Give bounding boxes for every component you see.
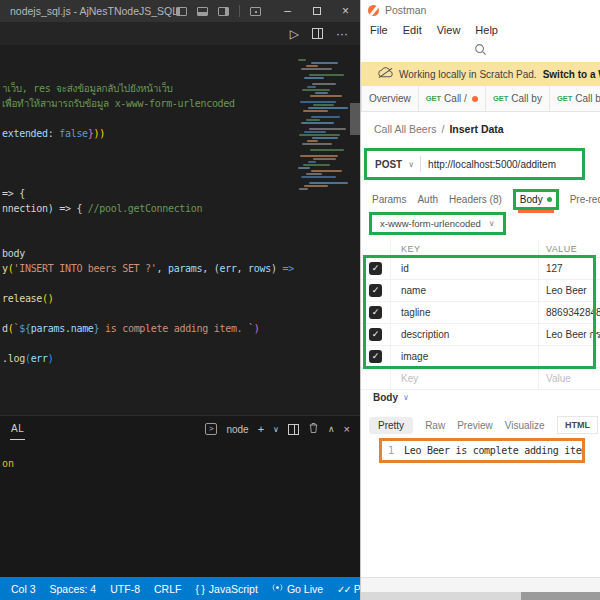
postman-window: Postman FileEditViewHelp Working locally…: [360, 0, 600, 600]
response-tab-raw[interactable]: Raw: [425, 420, 445, 431]
row-checkbox-cell: ✓: [361, 302, 391, 323]
postman-search-row: [361, 40, 600, 62]
close-button[interactable]: ×: [331, 0, 360, 22]
row-value[interactable]: 127: [539, 258, 600, 279]
placeholder-checkbox-cell: [361, 368, 391, 389]
breadcrumb-separator: /: [441, 123, 444, 135]
statusbar-item-prettier[interactable]: ✓✓Prettier: [330, 577, 360, 600]
response-tab-preview[interactable]: Preview: [457, 420, 493, 431]
code-line: [2, 216, 294, 231]
code-line: d(`${params.name} is complete adding ite…: [2, 321, 294, 336]
row-checkbox[interactable]: ✓: [369, 306, 382, 319]
response-tab-pretty[interactable]: Pretty: [369, 417, 413, 434]
row-value[interactable]: [539, 346, 600, 367]
menu-help[interactable]: Help: [475, 24, 498, 36]
maximize-panel-icon[interactable]: ∧: [328, 424, 335, 434]
close-panel-icon[interactable]: ×: [344, 423, 350, 435]
code-line: release(): [2, 291, 294, 306]
statusbar-item-crlf[interactable]: CRLF: [147, 577, 188, 600]
divider: [420, 156, 421, 172]
statusbar-item-spaces-4[interactable]: Spaces: 4: [43, 577, 104, 600]
response-body-label[interactable]: Body ∨: [373, 392, 409, 403]
toggle-sidebar-icon[interactable]: [176, 7, 187, 16]
row-checkbox[interactable]: ✓: [369, 328, 382, 341]
toggle-secondary-sidebar-icon[interactable]: [218, 7, 229, 16]
response-tab-visualize[interactable]: Visualize: [505, 420, 545, 431]
scrollbar-thumb[interactable]: [350, 103, 360, 135]
horizontal-scrollbar[interactable]: [361, 592, 600, 600]
statusbar-item-col-3[interactable]: Col 3: [4, 577, 43, 600]
row-checkbox[interactable]: ✓: [369, 284, 382, 297]
row-value[interactable]: Leo Beer กระป๋: [539, 324, 600, 345]
switch-workspace-link[interactable]: Switch to a Workspace: [543, 69, 600, 80]
reqtab-headers-8-[interactable]: Headers (8): [449, 194, 502, 205]
value-placeholder[interactable]: Value: [539, 368, 600, 389]
terminal-tab[interactable]: AL: [10, 418, 25, 440]
code-lines: าเว็บ, res จะส่งข้อมูลกลับไปยังหน้าเว็บเ…: [2, 81, 294, 366]
row-checkbox[interactable]: ✓: [369, 350, 382, 363]
vscode-window-title: nodejs_sql.js - AjNesTNodeJS_SQL - Visua…: [10, 5, 176, 17]
key-placeholder[interactable]: Key: [391, 368, 539, 389]
menu-view[interactable]: View: [437, 24, 461, 36]
row-checkbox[interactable]: ✓: [369, 262, 382, 275]
breadcrumb-parent[interactable]: Call All Beers: [374, 123, 436, 135]
code-line: าเว็บ, res จะส่งข้อมูลกลับไปยังหน้าเว็บ: [2, 81, 294, 96]
editor-more-actions-icon[interactable]: ···: [336, 28, 348, 40]
table-placeholder-row[interactable]: Key Value: [361, 368, 600, 390]
statusbar-item-javascript[interactable]: { }JavaScript: [188, 577, 265, 600]
split-terminal-icon[interactable]: [288, 424, 299, 435]
request-url-input[interactable]: http://localhost:5000/additem: [428, 159, 556, 170]
code-line: [2, 231, 294, 246]
terminal-shell-name[interactable]: node: [226, 424, 248, 435]
table-row: ✓nameLeo Beer: [361, 280, 600, 302]
code-line: y('INSERT INTO beers SET ?', params, (er…: [2, 261, 294, 276]
postman-menubar: FileEditViewHelp: [361, 20, 600, 40]
minimize-button[interactable]: –: [273, 0, 302, 22]
statusbar-item-utf-8[interactable]: UTF-8: [103, 577, 147, 600]
row-key[interactable]: image: [391, 346, 539, 367]
reqtab-auth[interactable]: Auth: [417, 194, 438, 205]
row-key[interactable]: id: [391, 258, 539, 279]
tab-overview[interactable]: Overview: [362, 86, 419, 111]
reqtab-body[interactable]: Body: [513, 189, 559, 210]
code-editor[interactable]: าเว็บ, res จะส่งข้อมูลกลับไปยังหน้าเว็บเ…: [0, 45, 360, 415]
table-row: ✓descriptionLeo Beer กระป๋: [361, 324, 600, 346]
method-chevron-down-icon[interactable]: ∨: [408, 160, 414, 169]
tab-get-call[interactable]: GETCall /: [419, 86, 486, 111]
toggle-panel-icon[interactable]: [197, 7, 208, 16]
run-code-icon[interactable]: ▷: [290, 28, 299, 40]
row-key[interactable]: tagline: [391, 302, 539, 323]
body-type-select[interactable]: x-www-form-urlencoded ∨: [369, 212, 506, 235]
menu-edit[interactable]: Edit: [403, 24, 422, 36]
terminal-header: AL > node + ∨ ∧ ×: [0, 416, 360, 442]
row-key[interactable]: name: [391, 280, 539, 301]
split-editor-icon[interactable]: [312, 28, 323, 39]
editor-scrollbar[interactable]: [350, 45, 360, 415]
tab-get-call-by[interactable]: GETCall by: [550, 86, 600, 111]
row-key[interactable]: description: [391, 324, 539, 345]
table-row: ✓image: [361, 346, 600, 368]
divider: [239, 5, 240, 17]
new-terminal-icon[interactable]: +: [258, 423, 264, 435]
body-type-chevron-down-icon: ∨: [489, 219, 495, 228]
kill-terminal-icon[interactable]: [308, 422, 319, 436]
terminal-output: on: [2, 458, 14, 469]
row-value[interactable]: 88693428489: [539, 302, 600, 323]
row-checkbox-cell: ✓: [361, 258, 391, 279]
tab-get-call-by[interactable]: GETCall by: [486, 86, 550, 111]
minimap[interactable]: [298, 59, 350, 415]
terminal-profile-dropdown-icon[interactable]: ∨: [273, 425, 279, 434]
menu-file[interactable]: File: [370, 24, 388, 36]
reqtab-params[interactable]: Params: [372, 194, 406, 205]
customize-layout-icon[interactable]: [250, 7, 261, 16]
statusbar-item-go-live[interactable]: Go Live: [265, 577, 330, 600]
code-line: เพื่อทำให้สามารถรับข้อมูล x-www-form-url…: [2, 96, 294, 111]
row-value[interactable]: Leo Beer: [539, 280, 600, 301]
scrollbar-thumb[interactable]: [521, 592, 600, 600]
response-text: Leo Beer is complete adding item.: [404, 445, 585, 456]
response-format-select[interactable]: HTML: [557, 416, 598, 434]
maximize-button[interactable]: [302, 0, 331, 22]
reqtab-pre-req-[interactable]: Pre-req.: [570, 194, 600, 205]
method-select[interactable]: POST: [367, 159, 402, 170]
search-icon[interactable]: [474, 42, 487, 60]
